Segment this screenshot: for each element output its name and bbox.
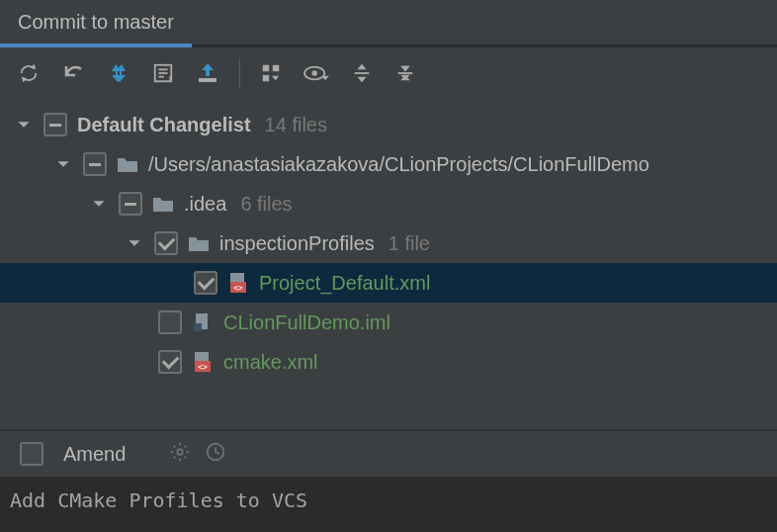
toolbar	[0, 47, 777, 99]
idea-count: 6 files	[240, 193, 292, 216]
shelve-icon[interactable]	[196, 61, 219, 85]
svg-text:<>: <>	[198, 363, 208, 372]
checkbox-indeterminate[interactable]	[83, 152, 107, 176]
checkbox-checked[interactable]	[154, 231, 178, 255]
collapse-all-icon[interactable]	[394, 62, 416, 84]
tab-bar: Commit to master	[0, 0, 777, 47]
svg-rect-6	[263, 75, 269, 81]
inspection-count: 1 file	[388, 232, 430, 255]
commit-message-text: Add CMake Profiles to VCS	[10, 488, 307, 512]
root-folder-node[interactable]: /Users/anastasiakazakova/CLionProjects/C…	[0, 144, 777, 184]
toolbar-separator	[239, 58, 240, 88]
amend-checkbox[interactable]	[20, 442, 43, 466]
checkbox-checked[interactable]	[158, 350, 182, 374]
chevron-down-icon[interactable]	[89, 194, 109, 214]
commit-footer: Amend	[0, 429, 777, 477]
revert-icon[interactable]	[61, 61, 85, 85]
checkbox-indeterminate[interactable]	[43, 113, 67, 136]
folder-icon	[152, 195, 174, 213]
idea-folder-node[interactable]: .idea 6 files	[0, 184, 777, 223]
refresh-icon[interactable]	[18, 62, 40, 84]
gear-icon[interactable]	[169, 441, 191, 468]
changelist-node[interactable]: Default Changelist 14 files	[0, 105, 777, 144]
commit-message-input[interactable]: Add CMake Profiles to VCS	[0, 477, 777, 532]
file-label: cmake.xml	[223, 351, 318, 374]
idea-label: .idea	[184, 193, 226, 216]
file-label: Project_Default.xml	[259, 272, 430, 295]
root-path: /Users/anastasiakazakova/CLionProjects/C…	[148, 153, 649, 176]
tab-commit[interactable]: Commit to master	[0, 0, 192, 47]
svg-rect-15	[194, 323, 202, 331]
checkbox-unchecked[interactable]	[158, 310, 182, 334]
chevron-down-icon[interactable]	[14, 115, 34, 134]
changelist-label: Default Changelist	[77, 114, 251, 136]
file-label: CLionFullDemo.iml	[223, 311, 390, 334]
expand-all-icon[interactable]	[351, 62, 373, 84]
changelist-count: 14 files	[265, 114, 327, 136]
inspection-folder-node[interactable]: inspectionProfiles 1 file	[0, 223, 777, 263]
changelist-icon[interactable]	[152, 62, 174, 84]
changes-tree: Default Changelist 14 files /Users/anast…	[0, 99, 777, 382]
svg-text:<>: <>	[233, 284, 243, 293]
chevron-down-icon[interactable]	[53, 154, 73, 174]
file-node-cmake[interactable]: <> cmake.xml	[0, 342, 777, 382]
file-node-project-default[interactable]: <> Project_Default.xml	[0, 263, 777, 303]
preview-diff-icon[interactable]	[303, 62, 329, 84]
xml-file-icon: <>	[192, 351, 214, 373]
svg-point-8	[311, 70, 317, 76]
tab-label: Commit to master	[18, 11, 174, 34]
xml-file-icon: <>	[227, 272, 249, 294]
module-file-icon	[192, 311, 214, 333]
history-icon[interactable]	[205, 441, 226, 468]
inspection-label: inspectionProfiles	[219, 232, 375, 255]
svg-rect-4	[263, 65, 269, 71]
chevron-down-icon[interactable]	[125, 233, 144, 253]
svg-rect-5	[273, 65, 279, 71]
folder-icon	[117, 155, 138, 173]
diff-icon[interactable]	[107, 61, 130, 85]
checkbox-checked[interactable]	[194, 271, 217, 295]
file-node-iml[interactable]: CLionFullDemo.iml	[0, 303, 777, 342]
amend-label: Amend	[63, 443, 126, 466]
group-by-icon[interactable]	[260, 62, 282, 84]
checkbox-indeterminate[interactable]	[119, 192, 142, 216]
svg-point-19	[178, 449, 184, 455]
folder-icon	[188, 234, 210, 252]
